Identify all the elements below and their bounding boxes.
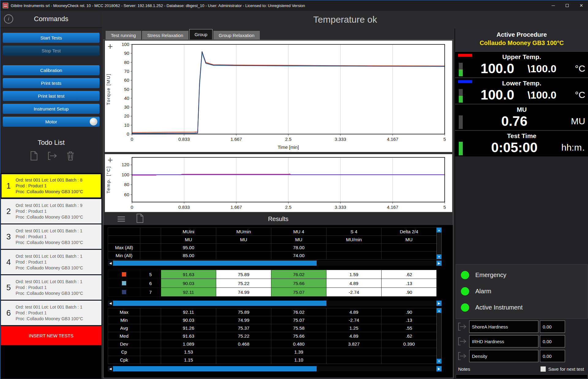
scroll-left-arrow[interactable]: ◀: [108, 261, 113, 266]
maximize-button[interactable]: [560, 0, 574, 11]
zoom-plus-icon[interactable]: +: [107, 41, 113, 52]
zoom-plus-icon[interactable]: +: [107, 155, 113, 165]
svg-text:4.167: 4.167: [387, 137, 398, 142]
minimize-button[interactable]: [546, 0, 560, 11]
scroll-left-arrow[interactable]: ◀: [108, 301, 113, 306]
todo-item[interactable]: 1Ord: test 001 Lot: Lot 001 Batch : 8Pro…: [1, 174, 101, 198]
scroll-right-arrow[interactable]: ▶: [436, 301, 442, 306]
density-value-input[interactable]: 0.00: [540, 350, 565, 362]
irhd-hardness-value-input[interactable]: 0.00: [540, 335, 565, 347]
scroll-up-arrow[interactable]: ▲: [437, 308, 441, 313]
todo-toolbar: [30, 151, 102, 161]
table-cell: [140, 332, 161, 340]
table-cell: 92.11: [161, 288, 216, 297]
command-buttons: Start TestsStop TestCalibrationPrint tes…: [0, 28, 102, 129]
table-cell: 4.89: [326, 332, 382, 340]
table-cell: 90.03: [161, 279, 216, 288]
main-area: Test runningStress RelaxationGroupGroup …: [102, 28, 454, 379]
tab-test-running[interactable]: Test running: [106, 31, 141, 39]
scroll-thumb[interactable]: [113, 366, 317, 371]
todo-item[interactable]: 6Ord: test 001 Lot: Lot 001 Batch : 1Pro…: [1, 301, 101, 325]
lower-temp-indicator: [458, 80, 472, 83]
gauge-bottom-segment: [459, 96, 463, 103]
export-value-icon[interactable]: [455, 351, 469, 361]
close-button[interactable]: ✕: [574, 0, 588, 11]
swatch-cell: [108, 279, 140, 288]
stats-hscrollbar[interactable]: ◀▶: [108, 366, 442, 371]
svg-text:5: 5: [443, 137, 446, 142]
summary-vscrollbar[interactable]: ▲▼: [436, 227, 442, 259]
shorea-hardness-value-input[interactable]: 0.00: [540, 321, 565, 333]
scroll-right-arrow[interactable]: ▶: [436, 261, 442, 266]
stat-row: Min90.0374.9975.07-2.74.13: [108, 316, 437, 324]
notes-input[interactable]: [456, 374, 588, 379]
todo-item[interactable]: 2Ord: test 001 Lot: Lot 001 Batch : 9Pro…: [1, 199, 101, 223]
table-cell: [140, 308, 161, 316]
table-cell: [140, 316, 161, 324]
window-title: Gibitre Instruments srl - MooneyCheck re…: [11, 3, 305, 8]
notes-row: Notes Save for next test: [458, 365, 584, 373]
table-cell: 1.089: [161, 340, 216, 348]
scroll-right-arrow[interactable]: ▶: [436, 366, 442, 371]
units-row: MUMUMUMU/minMU: [108, 236, 437, 244]
info-icon[interactable]: i: [4, 14, 13, 24]
export-test-icon[interactable]: [47, 151, 57, 161]
test-row: 690.0375.2275.664.89.13: [108, 279, 437, 288]
save-for-next-test-checkbox[interactable]: [541, 366, 546, 372]
table-cell: -2.74: [326, 316, 382, 324]
start-tests-button[interactable]: Start Tests: [3, 33, 100, 43]
print-tests-button[interactable]: Print tests: [3, 78, 100, 88]
export-value-icon[interactable]: [455, 336, 469, 347]
summary-hscrollbar[interactable]: ◀▶: [108, 261, 442, 266]
new-test-icon[interactable]: [30, 151, 38, 161]
table-cell: 0.468: [216, 340, 271, 348]
summary-row: Min (All)85.0074.00: [108, 252, 437, 260]
print-last-test-button[interactable]: Print last test: [3, 91, 100, 101]
tab-group-relaxation[interactable]: Group Relaxation: [213, 31, 260, 39]
todo-item-line: Ord: test 001 Lot: Lot 001 Batch : 9: [16, 203, 101, 208]
motor-button[interactable]: Motor: [3, 117, 100, 127]
minimize-icon: [552, 6, 555, 6]
table-cell: [216, 244, 271, 252]
scroll-up-arrow[interactable]: ▲: [437, 228, 441, 232]
series-color-swatch: [122, 290, 126, 294]
scroll-down-arrow[interactable]: ▼: [437, 359, 441, 363]
commands-title: Commands: [0, 11, 102, 27]
test-time-panel: Test Time0:05:00hh:m…: [455, 130, 588, 156]
tests-hscrollbar[interactable]: ◀▶: [108, 301, 442, 306]
mu-value-row: 0.76MU: [467, 113, 585, 129]
gauge-top-segment: [459, 89, 463, 96]
export-value-icon[interactable]: [455, 321, 469, 332]
stat-row: Cp1.531.39: [108, 348, 437, 356]
app-logo-icon: [3, 3, 8, 8]
scroll-thumb[interactable]: [113, 301, 326, 306]
todo-item[interactable]: 4Ord: test 001 Lot: Lot 001 Batch : 1Pro…: [1, 250, 101, 274]
instrument-setup-button[interactable]: Instrument Setup: [3, 104, 100, 114]
table-cell: 78.00: [271, 244, 326, 252]
test-number: 5: [140, 270, 161, 279]
svg-text:5: 5: [443, 205, 446, 210]
scroll-left-arrow[interactable]: ◀: [108, 366, 113, 371]
table-cell: [140, 356, 161, 364]
table-cell: 91.63: [161, 332, 216, 340]
tab-group[interactable]: Group: [189, 29, 213, 39]
todo-list-title: Todo List: [0, 139, 102, 147]
todo-item[interactable]: 5Ord: test 001 Lot: Lot 001 Batch : 1Pro…: [1, 275, 101, 300]
insert-new-tests-button[interactable]: INSERT NEW TESTS: [1, 326, 101, 345]
scroll-thumb[interactable]: [113, 261, 317, 266]
svg-text:10: 10: [124, 122, 129, 128]
mu-title: MU: [455, 104, 588, 113]
motor-toggle[interactable]: [90, 118, 97, 126]
calibration-button[interactable]: Calibration: [3, 65, 100, 75]
todo-item[interactable]: 3Ord: test 001 Lot: Lot 001 Batch : 1Pro…: [1, 224, 101, 249]
lower-temp-value: 100.0: [467, 87, 527, 103]
todo-item-line: Ord: test 001 Lot: Lot 001 Batch : 1: [16, 305, 101, 310]
table-cell: [140, 324, 161, 332]
delete-test-icon[interactable]: [66, 151, 74, 161]
tab-stress-relaxation[interactable]: Stress Relaxation: [142, 31, 189, 39]
stop-test-button[interactable]: Stop Test: [3, 46, 100, 56]
scroll-down-arrow[interactable]: ▼: [437, 254, 441, 259]
todo-item-line: Prod : Product 1: [16, 285, 101, 290]
stats-vscrollbar[interactable]: ▲▼: [436, 308, 442, 364]
status-row-emergency: Emergency: [456, 269, 587, 281]
